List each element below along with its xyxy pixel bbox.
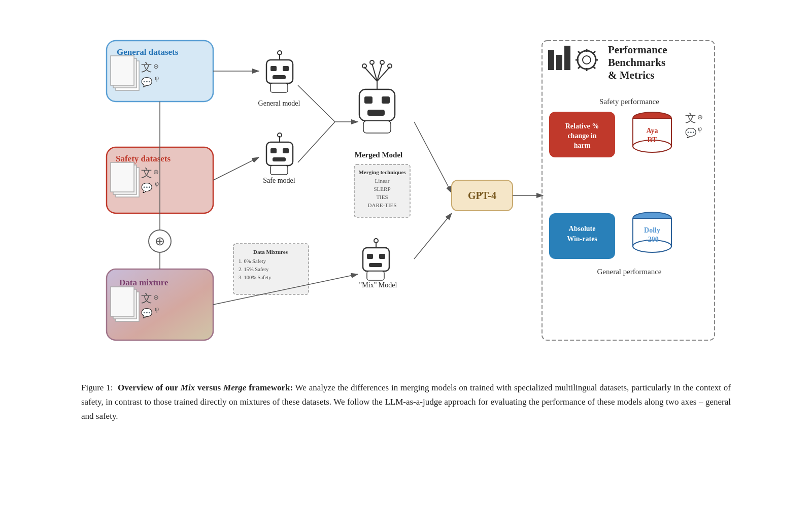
bench-title-2: Benchmarks [608,56,665,69]
svg-rect-79 [548,50,554,70]
dolly-label1: Dolly [644,226,660,234]
svg-rect-67 [363,248,389,271]
svg-line-91 [593,51,595,53]
svg-rect-38 [270,83,288,92]
svg-line-39 [213,157,259,180]
gpt4-label: GPT-4 [468,190,496,201]
caption-mix-italic: Mix [181,383,195,392]
merged-model-label: Merged Model [355,151,403,159]
abs-win-line2: Win-rates [567,235,597,243]
general-model-robot [266,51,293,92]
data-mix-item1: 1. 0% Safety [239,258,266,264]
svg-text:文: 文 [685,112,696,124]
technique-ties: TIES [376,194,388,200]
general-model-label: General model [258,100,300,107]
svg-line-75 [414,213,452,259]
aya-rt-label2: RT [648,136,658,144]
svg-text:文: 文 [141,292,152,305]
svg-line-88 [578,51,580,53]
mix-model-robot [363,239,389,280]
svg-point-82 [578,51,596,69]
svg-rect-61 [382,96,390,104]
svg-rect-68 [367,254,373,259]
svg-text:φ: φ [155,305,159,313]
harm-box-line2: change in [567,132,596,140]
svg-rect-42 [283,148,289,153]
svg-rect-3 [111,56,134,85]
safety-perf-label: Safety performance [599,97,659,106]
safe-model-label: Safe model [263,177,295,184]
svg-text:⊕: ⊕ [153,62,159,70]
techniques-title: Merging techniques [358,169,406,175]
harm-box-line1: Relative % [565,122,599,130]
svg-rect-59 [359,89,395,121]
aya-rt-label: Aya [646,127,658,135]
svg-text:💬: 💬 [685,127,697,139]
svg-rect-32 [266,60,293,83]
svg-rect-43 [273,157,286,161]
svg-rect-80 [556,55,562,70]
svg-rect-12 [111,162,134,192]
svg-text:φ: φ [698,125,702,133]
mix-model-label: "Mix" Model [359,281,397,289]
svg-text:⊕: ⊕ [153,168,159,176]
technique-slerp: SLERP [374,186,390,192]
svg-text:φ: φ [155,74,159,82]
svg-line-89 [593,67,595,69]
svg-rect-62 [367,110,385,116]
svg-rect-70 [369,263,382,267]
main-diagram-svg: General datasets 文 ⊕ 💬 φ Safety datasets… [76,20,736,366]
svg-rect-73 [367,271,384,280]
svg-rect-40 [266,142,293,166]
svg-point-83 [583,56,591,64]
data-mix-title: Data Mixtures [253,249,288,255]
bench-title-3: & Metrics [608,69,655,81]
caption-label: Figure 1: [81,383,113,392]
svg-rect-33 [270,66,277,71]
technique-linear: Linear [375,178,390,184]
svg-text:文: 文 [141,61,152,74]
svg-text:💬: 💬 [141,77,153,88]
svg-text:💬: 💬 [141,182,153,193]
svg-rect-41 [270,148,277,153]
svg-line-90 [578,67,580,69]
svg-text:⊕: ⊕ [155,235,165,248]
svg-line-74 [414,122,452,193]
svg-rect-78 [542,41,715,340]
svg-rect-60 [364,96,373,104]
svg-text:💬: 💬 [141,308,153,319]
figure-container: General datasets 文 ⊕ 💬 φ Safety datasets… [51,20,761,423]
dolly-label2: -200 [646,236,659,243]
svg-line-47 [298,85,335,122]
svg-text:⊕: ⊕ [697,113,703,121]
svg-rect-34 [283,66,289,71]
diagram-area: General datasets 文 ⊕ 💬 φ Safety datasets… [51,20,761,366]
abs-win-line1: Absolute [569,225,596,233]
data-mix-item3: 3. 100% Safety [239,275,272,280]
svg-rect-63 [363,121,391,133]
caption-bold: Overview of our Mix versus Merge framewo… [118,383,293,392]
harm-box-line3: harm [574,142,591,149]
data-mix-item2: 2. 15% Safety [239,267,269,272]
svg-text:Safety datasets: Safety datasets [116,154,171,163]
svg-line-48 [298,122,335,162]
svg-rect-81 [564,46,570,70]
merged-model-robot [359,60,395,133]
safe-model-robot [266,133,293,175]
svg-text:文: 文 [141,167,152,179]
svg-text:⊕: ⊕ [153,293,159,301]
svg-rect-21 [111,287,134,316]
caption-merge-italic: Merge [223,383,246,392]
bench-title-1: Performance [608,44,667,56]
svg-rect-35 [273,75,286,79]
gen-perf-label: General performance [597,268,661,276]
svg-rect-46 [270,166,288,175]
svg-text:φ: φ [155,180,159,187]
figure-caption: Figure 1: Overview of our Mix versus Mer… [76,381,736,423]
technique-dare: DARE-TIES [368,202,397,208]
svg-text:Data mixture: Data mixture [119,278,168,287]
general-datasets-title: General datasets [117,47,179,57]
svg-rect-69 [379,254,385,259]
